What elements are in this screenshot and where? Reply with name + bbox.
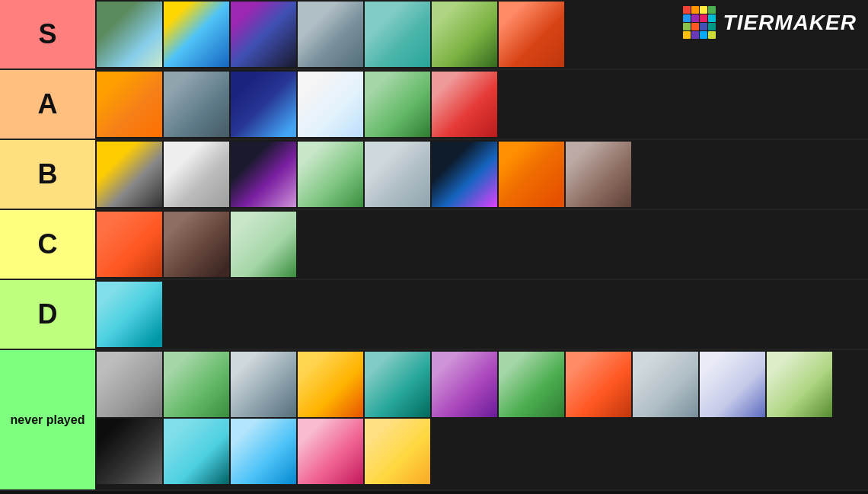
tier-items-b[interactable] bbox=[95, 140, 868, 209]
tier-item[interactable] bbox=[298, 142, 363, 207]
tier-label-b: B bbox=[0, 140, 95, 209]
tier-item[interactable] bbox=[432, 72, 497, 137]
logo-cell bbox=[691, 14, 699, 22]
logo-cell bbox=[691, 6, 699, 14]
tier-item[interactable] bbox=[499, 142, 564, 207]
tier-label-never-played: never played bbox=[0, 350, 95, 489]
tier-row-b: B bbox=[0, 140, 868, 210]
tier-item[interactable] bbox=[700, 352, 765, 417]
tier-item[interactable] bbox=[298, 352, 363, 417]
tier-item[interactable] bbox=[365, 352, 430, 417]
logo-maker-part: MAkER bbox=[774, 11, 857, 34]
tier-items-a[interactable] bbox=[95, 70, 868, 139]
logo-cell bbox=[708, 31, 716, 39]
tier-item[interactable] bbox=[97, 142, 162, 207]
logo-cell bbox=[700, 23, 707, 30]
tier-item[interactable] bbox=[365, 419, 430, 484]
tier-item[interactable] bbox=[432, 352, 497, 417]
tier-item[interactable] bbox=[164, 212, 229, 277]
tier-item[interactable] bbox=[432, 142, 497, 207]
tier-item[interactable] bbox=[298, 72, 363, 137]
tier-item[interactable] bbox=[164, 2, 229, 67]
tier-item[interactable] bbox=[97, 212, 162, 277]
tier-label-a: A bbox=[0, 70, 95, 139]
logo-cell bbox=[700, 6, 707, 14]
logo-cell bbox=[683, 6, 691, 14]
logo-cell bbox=[708, 14, 716, 22]
tier-item[interactable] bbox=[499, 352, 564, 417]
tier-item[interactable] bbox=[97, 2, 162, 67]
logo-cell bbox=[683, 31, 691, 39]
tier-item[interactable] bbox=[298, 419, 363, 484]
tier-item[interactable] bbox=[97, 419, 162, 484]
tier-item[interactable] bbox=[365, 72, 430, 137]
tier-item[interactable] bbox=[767, 352, 832, 417]
logo-tier-part: TiER bbox=[723, 11, 775, 34]
logo-grid bbox=[683, 6, 716, 39]
logo-cell bbox=[683, 14, 691, 22]
tier-item[interactable] bbox=[164, 419, 229, 484]
tier-item[interactable] bbox=[97, 352, 162, 417]
tier-item[interactable] bbox=[566, 142, 631, 207]
tier-item[interactable] bbox=[231, 142, 296, 207]
tier-item[interactable] bbox=[432, 2, 497, 67]
tier-item[interactable] bbox=[499, 2, 564, 67]
tier-item[interactable] bbox=[298, 2, 363, 67]
tier-list: S A B bbox=[0, 0, 868, 491]
tier-item[interactable] bbox=[365, 142, 430, 207]
tiermaker-logo-text: TiERMAkER bbox=[723, 11, 857, 35]
tier-item[interactable] bbox=[231, 419, 296, 484]
tier-item[interactable] bbox=[164, 72, 229, 137]
tiermaker-header: TiERMAkER bbox=[683, 6, 857, 39]
tier-row-d: D bbox=[0, 280, 868, 350]
tier-item[interactable] bbox=[231, 352, 296, 417]
tier-row-c: C bbox=[0, 210, 868, 280]
tier-item[interactable] bbox=[231, 212, 296, 277]
logo-cell bbox=[691, 31, 699, 39]
tier-items-never-played[interactable] bbox=[95, 350, 868, 489]
logo-cell bbox=[691, 23, 699, 30]
tier-item[interactable] bbox=[231, 2, 296, 67]
tier-item[interactable] bbox=[164, 142, 229, 207]
tier-label-s: S bbox=[0, 0, 95, 69]
tier-items-d[interactable] bbox=[95, 280, 868, 349]
tier-row-never-played: never played bbox=[0, 350, 868, 491]
logo-cell bbox=[700, 31, 707, 39]
tier-item[interactable] bbox=[97, 282, 162, 347]
logo-cell bbox=[683, 23, 691, 30]
tier-item[interactable] bbox=[97, 72, 162, 137]
tier-row-a: A bbox=[0, 70, 868, 140]
tier-item[interactable] bbox=[164, 352, 229, 417]
tier-item[interactable] bbox=[231, 72, 296, 137]
logo-cell bbox=[708, 23, 716, 30]
logo-cell bbox=[700, 14, 707, 22]
tier-items-c[interactable] bbox=[95, 210, 868, 279]
tier-label-c: C bbox=[0, 210, 95, 279]
tier-item[interactable] bbox=[365, 2, 430, 67]
logo-cell bbox=[708, 6, 716, 14]
tier-label-d: D bbox=[0, 280, 95, 349]
tier-item[interactable] bbox=[566, 352, 631, 417]
tier-item[interactable] bbox=[633, 352, 698, 417]
